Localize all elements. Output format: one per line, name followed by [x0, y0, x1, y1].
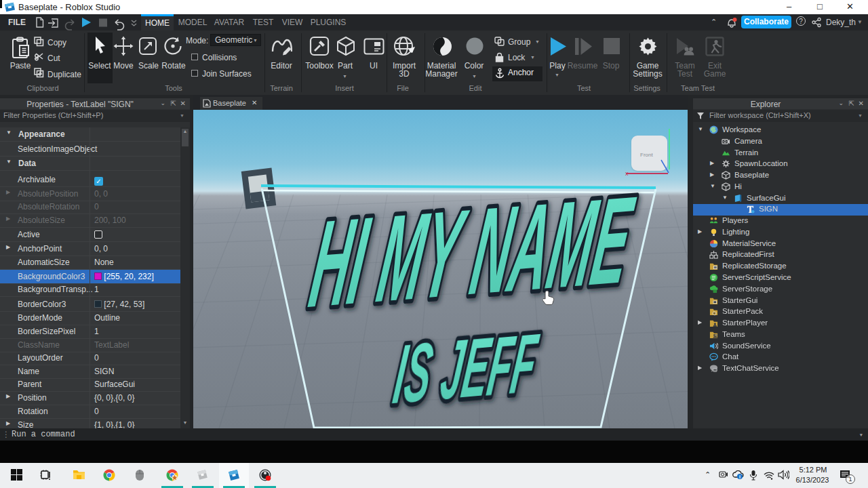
svg-text:HI MY NAME: HI MY NAME	[302, 170, 641, 333]
svg-text:IS JEFF: IS JEFF	[389, 315, 543, 421]
svg-text:i: i	[739, 474, 741, 479]
